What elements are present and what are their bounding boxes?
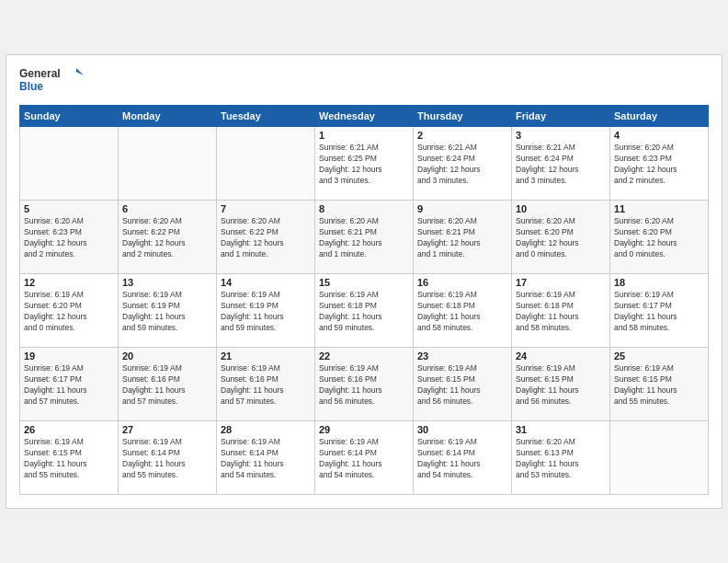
calendar-header: General Blue [19, 64, 709, 98]
weekday-wednesday: Wednesday [315, 106, 414, 127]
day-cell: 12Sunrise: 6:19 AM Sunset: 6:20 PM Dayli… [20, 274, 119, 348]
day-info: Sunrise: 6:21 AM Sunset: 6:24 PM Dayligh… [417, 143, 507, 187]
day-cell: 4Sunrise: 6:20 AM Sunset: 6:23 PM Daylig… [610, 127, 709, 201]
day-cell: 15Sunrise: 6:19 AM Sunset: 6:18 PM Dayli… [315, 274, 414, 348]
day-cell: 23Sunrise: 6:19 AM Sunset: 6:15 PM Dayli… [414, 348, 512, 421]
day-number: 22 [319, 350, 409, 362]
day-number: 14 [221, 277, 311, 288]
day-info: Sunrise: 6:20 AM Sunset: 6:21 PM Dayligh… [417, 216, 507, 260]
day-info: Sunrise: 6:20 AM Sunset: 6:13 PM Dayligh… [516, 437, 606, 481]
day-number: 3 [516, 130, 606, 141]
day-number: 5 [24, 203, 114, 214]
day-cell: 26Sunrise: 6:19 AM Sunset: 6:15 PM Dayli… [20, 421, 119, 495]
day-number: 27 [122, 424, 212, 435]
day-number: 20 [122, 350, 212, 362]
svg-marker-2 [76, 68, 84, 75]
weekday-thursday: Thursday [414, 106, 512, 127]
weekday-saturday: Saturday [610, 106, 709, 127]
weekday-sunday: Sunday [20, 106, 119, 127]
day-cell: 19Sunrise: 6:19 AM Sunset: 6:17 PM Dayli… [20, 348, 119, 421]
day-info: Sunrise: 6:19 AM Sunset: 6:14 PM Dayligh… [417, 437, 507, 481]
day-cell: 8Sunrise: 6:20 AM Sunset: 6:21 PM Daylig… [315, 201, 414, 274]
day-cell [217, 127, 315, 201]
day-cell: 3Sunrise: 6:21 AM Sunset: 6:24 PM Daylig… [512, 127, 610, 201]
svg-text:General: General [19, 67, 61, 80]
weekday-friday: Friday [512, 106, 610, 127]
day-info: Sunrise: 6:20 AM Sunset: 6:21 PM Dayligh… [319, 216, 409, 260]
week-row-2: 12Sunrise: 6:19 AM Sunset: 6:20 PM Dayli… [20, 274, 709, 348]
day-info: Sunrise: 6:19 AM Sunset: 6:17 PM Dayligh… [24, 363, 114, 408]
day-cell: 11Sunrise: 6:20 AM Sunset: 6:20 PM Dayli… [610, 201, 709, 274]
day-cell: 17Sunrise: 6:19 AM Sunset: 6:18 PM Dayli… [512, 274, 610, 348]
day-info: Sunrise: 6:20 AM Sunset: 6:20 PM Dayligh… [614, 216, 704, 260]
day-cell: 25Sunrise: 6:19 AM Sunset: 6:15 PM Dayli… [610, 348, 709, 421]
day-cell [20, 127, 119, 201]
day-cell: 18Sunrise: 6:19 AM Sunset: 6:17 PM Dayli… [610, 274, 709, 348]
day-number: 12 [24, 277, 114, 288]
week-row-3: 19Sunrise: 6:19 AM Sunset: 6:17 PM Dayli… [20, 348, 709, 421]
day-cell: 24Sunrise: 6:19 AM Sunset: 6:15 PM Dayli… [512, 348, 610, 421]
day-number: 25 [614, 350, 704, 362]
day-cell: 31Sunrise: 6:20 AM Sunset: 6:13 PM Dayli… [512, 421, 610, 495]
day-number: 9 [417, 203, 507, 214]
week-row-0: 1Sunrise: 6:21 AM Sunset: 6:25 PM Daylig… [20, 127, 709, 201]
day-number: 29 [319, 424, 409, 435]
day-cell: 2Sunrise: 6:21 AM Sunset: 6:24 PM Daylig… [414, 127, 512, 201]
day-info: Sunrise: 6:19 AM Sunset: 6:14 PM Dayligh… [122, 437, 212, 481]
day-cell: 1Sunrise: 6:21 AM Sunset: 6:25 PM Daylig… [315, 127, 414, 201]
calendar-container: General Blue SundayMondayTuesdayWednesda… [6, 54, 722, 509]
day-info: Sunrise: 6:20 AM Sunset: 6:22 PM Dayligh… [221, 216, 311, 260]
day-number: 8 [319, 203, 409, 214]
day-cell: 14Sunrise: 6:19 AM Sunset: 6:19 PM Dayli… [217, 274, 315, 348]
day-info: Sunrise: 6:20 AM Sunset: 6:23 PM Dayligh… [614, 143, 704, 187]
day-info: Sunrise: 6:19 AM Sunset: 6:14 PM Dayligh… [319, 437, 409, 481]
day-info: Sunrise: 6:19 AM Sunset: 6:18 PM Dayligh… [516, 290, 606, 334]
day-number: 18 [614, 277, 704, 288]
day-info: Sunrise: 6:21 AM Sunset: 6:25 PM Dayligh… [319, 143, 409, 187]
day-info: Sunrise: 6:19 AM Sunset: 6:16 PM Dayligh… [319, 363, 409, 408]
day-number: 19 [24, 350, 114, 362]
calendar-table: SundayMondayTuesdayWednesdayThursdayFrid… [19, 105, 709, 495]
day-info: Sunrise: 6:20 AM Sunset: 6:22 PM Dayligh… [122, 216, 212, 260]
day-number: 28 [221, 424, 311, 435]
weekday-header-row: SundayMondayTuesdayWednesdayThursdayFrid… [20, 106, 709, 127]
day-number: 2 [417, 130, 507, 141]
day-cell [119, 127, 217, 201]
day-info: Sunrise: 6:19 AM Sunset: 6:15 PM Dayligh… [24, 437, 114, 481]
day-cell: 20Sunrise: 6:19 AM Sunset: 6:16 PM Dayli… [119, 348, 217, 421]
day-cell: 10Sunrise: 6:20 AM Sunset: 6:20 PM Dayli… [512, 201, 610, 274]
weekday-tuesday: Tuesday [217, 106, 315, 127]
day-cell: 5Sunrise: 6:20 AM Sunset: 6:23 PM Daylig… [20, 201, 119, 274]
svg-text:Blue: Blue [19, 80, 43, 93]
day-cell: 16Sunrise: 6:19 AM Sunset: 6:18 PM Dayli… [414, 274, 512, 348]
day-number: 6 [122, 203, 212, 214]
day-info: Sunrise: 6:21 AM Sunset: 6:24 PM Dayligh… [516, 143, 606, 187]
day-info: Sunrise: 6:19 AM Sunset: 6:19 PM Dayligh… [122, 290, 212, 334]
day-cell: 30Sunrise: 6:19 AM Sunset: 6:14 PM Dayli… [414, 421, 512, 495]
day-number: 16 [417, 277, 507, 288]
day-cell: 22Sunrise: 6:19 AM Sunset: 6:16 PM Dayli… [315, 348, 414, 421]
day-cell: 6Sunrise: 6:20 AM Sunset: 6:22 PM Daylig… [119, 201, 217, 274]
day-info: Sunrise: 6:19 AM Sunset: 6:19 PM Dayligh… [221, 290, 311, 334]
week-row-4: 26Sunrise: 6:19 AM Sunset: 6:15 PM Dayli… [20, 421, 709, 495]
day-cell [610, 421, 709, 495]
day-number: 31 [516, 424, 606, 435]
day-number: 26 [24, 424, 114, 435]
day-cell: 27Sunrise: 6:19 AM Sunset: 6:14 PM Dayli… [119, 421, 217, 495]
day-number: 23 [417, 350, 507, 362]
day-info: Sunrise: 6:19 AM Sunset: 6:17 PM Dayligh… [614, 290, 704, 334]
day-info: Sunrise: 6:19 AM Sunset: 6:14 PM Dayligh… [221, 437, 311, 481]
day-info: Sunrise: 6:19 AM Sunset: 6:16 PM Dayligh… [122, 363, 212, 408]
day-number: 7 [221, 203, 311, 214]
day-number: 17 [516, 277, 606, 288]
weekday-monday: Monday [119, 106, 217, 127]
logo-svg: General Blue [19, 64, 84, 98]
day-number: 21 [221, 350, 311, 362]
day-number: 10 [516, 203, 606, 214]
day-number: 4 [614, 130, 704, 141]
day-info: Sunrise: 6:19 AM Sunset: 6:18 PM Dayligh… [417, 290, 507, 334]
day-info: Sunrise: 6:20 AM Sunset: 6:23 PM Dayligh… [24, 216, 114, 260]
day-cell: 7Sunrise: 6:20 AM Sunset: 6:22 PM Daylig… [217, 201, 315, 274]
day-info: Sunrise: 6:19 AM Sunset: 6:16 PM Dayligh… [221, 363, 311, 408]
day-number: 24 [516, 350, 606, 362]
